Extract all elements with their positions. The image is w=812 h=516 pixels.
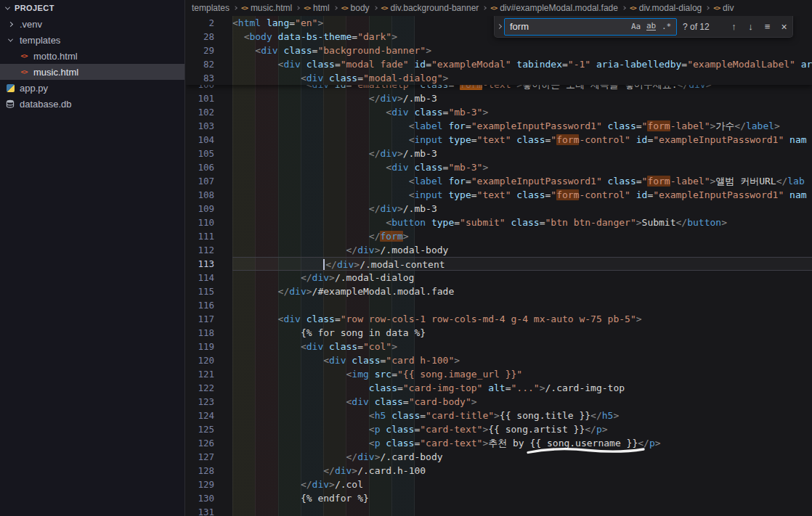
line-number[interactable]: 131 [186,505,214,516]
code-line-117[interactable]: 117<div class="row row-cols-1 row-cols-m… [186,312,812,326]
code-text[interactable]: <p class="card-text">추천 by {{ song.usern… [232,436,812,450]
find-in-selection-button[interactable]: ≡ [760,19,775,34]
code-line-128[interactable]: 128</div>/.card.h-100 [186,464,812,478]
line-number[interactable]: 105 [186,147,214,160]
code-text[interactable]: <img src="{{ song.image_url }}" [232,367,812,381]
line-number[interactable]: 103 [186,119,214,133]
code-line-104[interactable]: 104<input type="text" class="form-contro… [186,133,812,147]
code-line-127[interactable]: 127</div>/.card-body [186,450,812,464]
code-text[interactable]: <div class="background-banner"> [232,44,812,57]
line-number[interactable]: 83 [186,71,214,85]
sidebar-item-templates[interactable]: templates [0,32,184,48]
code-text[interactable]: </form> [232,229,812,243]
code-line-123[interactable]: 123<div class="card-body"> [186,395,812,409]
code-text[interactable]: <div class="card h-100"> [232,353,812,367]
line-number[interactable]: 109 [186,202,214,216]
code-text[interactable]: </div>/.mb-3 [232,147,812,160]
breadcrumb-item-music.html[interactable]: <>music.html [241,3,292,13]
line-number[interactable]: 82 [186,57,214,71]
code-text[interactable]: </div>/.modal-dialog [232,271,812,284]
previous-match-button[interactable]: ↑ [726,19,742,34]
line-number[interactable]: 121 [186,367,214,381]
sidebar-item-music.html[interactable]: <>music.html [0,64,184,80]
sidebar-item-database.db[interactable]: database.db [0,96,184,112]
line-number[interactable]: 113 [186,257,214,271]
code-line-102[interactable]: 102<div class="mb-3"> [186,105,812,119]
code-text[interactable]: </div>/#exampleModal.modal.fade [232,284,812,298]
code-line-105[interactable]: 105</div>/.mb-3 [186,147,812,160]
close-find-widget-button[interactable]: × [776,19,792,34]
whole-word-toggle[interactable]: ab [644,20,658,33]
code-line-107[interactable]: 107<label for="exampleInputPassword1" cl… [186,174,812,188]
code-line-29[interactable]: 29<div class="background-banner"> [186,44,812,57]
code-text[interactable]: <div class="modal-dialog"> [232,71,812,85]
line-number[interactable]: 122 [186,381,214,395]
code-text[interactable]: </div>/.card.h-100 [232,464,812,478]
code-text[interactable]: <button type="submit" class="btn btn-dan… [232,216,812,229]
line-number[interactable]: 126 [186,436,214,450]
code-text[interactable]: <h5 class="card-title">{{ song.title }}<… [232,409,812,422]
code-text[interactable]: </div>/.mb-3 [232,91,812,105]
code-line-106[interactable]: 106<div class="mb-3"> [186,160,812,174]
code-text[interactable]: </div>/.modal-content [232,257,812,271]
line-number[interactable]: 128 [186,464,214,478]
line-number[interactable]: 114 [186,271,214,284]
line-number[interactable]: 111 [186,229,214,243]
code-line-125[interactable]: 125<p class="card-text">{{ song.artist }… [186,422,812,436]
line-number[interactable]: 2 [186,16,214,30]
code-line-119[interactable]: 119<div class="col"> [186,340,812,353]
code-line-129[interactable]: 129</div>/.col [186,478,812,491]
code-line-101[interactable]: 101</div>/.mb-3 [186,91,812,105]
sidebar-item-.venv[interactable]: .venv [0,16,184,32]
line-number[interactable]: 106 [186,160,214,174]
code-line-108[interactable]: 108<input type="text" class="form-contro… [186,188,812,202]
breadcrumb-item-html[interactable]: <>html [304,3,330,13]
explorer-section-header[interactable]: PROJECT [0,0,184,16]
code-text[interactable]: {% endfor %} [232,491,812,505]
code-text[interactable]: <label for="exampleInputPassword1" class… [232,119,812,133]
code-text[interactable]: <p class="card-text">{{ song.artist }}</… [232,422,812,436]
code-line-126[interactable]: 126<p class="card-text">추천 by {{ song.us… [186,436,812,450]
line-number[interactable]: 123 [186,395,214,409]
line-number[interactable]: 112 [186,243,214,257]
breadcrumb-item-body[interactable]: <>body [341,3,370,13]
line-number[interactable]: 101 [186,91,214,105]
next-match-button[interactable]: ↓ [743,19,758,34]
code-text[interactable]: {% for song in data %} [232,326,812,340]
code-line-116[interactable]: 116 [186,298,812,312]
code-line-124[interactable]: 124<h5 class="card-title">{{ song.title … [186,409,812,422]
code-text[interactable]: <label for="exampleInputPassword1" class… [232,174,812,188]
code-line-103[interactable]: 103<label for="exampleInputPassword1" cl… [186,119,812,133]
code-text[interactable]: <div class="col"> [232,340,812,353]
code-line-111[interactable]: 111</form> [186,229,812,243]
code-line-113[interactable]: 113</div>/.modal-content [186,257,812,271]
line-number[interactable]: 120 [186,353,214,367]
line-number[interactable]: 129 [186,478,214,491]
breadcrumb-item-templates[interactable]: templates [192,3,230,13]
code-text[interactable]: </div>/.col [232,478,812,491]
line-number[interactable]: 118 [186,326,214,340]
code-line-82[interactable]: 82<div class="modal fade" id="exampleMod… [186,57,812,71]
line-number[interactable]: 107 [186,174,214,188]
code-line-112[interactable]: 112</div>/.modal-body [186,243,812,257]
line-number[interactable]: 119 [186,340,214,353]
code-text[interactable] [232,298,812,312]
code-line-121[interactable]: 121<img src="{{ song.image_url }}" [186,367,812,381]
code-text[interactable]: <div class="modal fade" id="exampleModal… [232,57,812,71]
breadcrumb-item-div[interactable]: <>div [713,3,734,13]
line-number[interactable]: 115 [186,284,214,298]
line-number[interactable]: 102 [186,105,214,119]
code-line-120[interactable]: 120<div class="card h-100"> [186,353,812,367]
code-area[interactable]: 100<div id="emailHelp" class="form-text"… [186,16,812,516]
code-line-122[interactable]: 122class="card-img-top" alt="...">/.card… [186,381,812,395]
code-line-83[interactable]: 83<div class="modal-dialog"> [186,71,812,85]
breadcrumb-item-div.modal-dialog[interactable]: <>div.modal-dialog [630,3,702,13]
line-number[interactable]: 127 [186,450,214,464]
line-number[interactable]: 116 [186,298,214,312]
code-text[interactable]: </div>/.modal-body [232,243,812,257]
code-line-131[interactable]: 131 [186,505,812,516]
code-line-114[interactable]: 114</div>/.modal-dialog [186,271,812,284]
line-number[interactable]: 124 [186,409,214,422]
line-number[interactable]: 29 [186,44,214,57]
code-text[interactable]: <input type="text" class="form-control" … [232,133,812,147]
